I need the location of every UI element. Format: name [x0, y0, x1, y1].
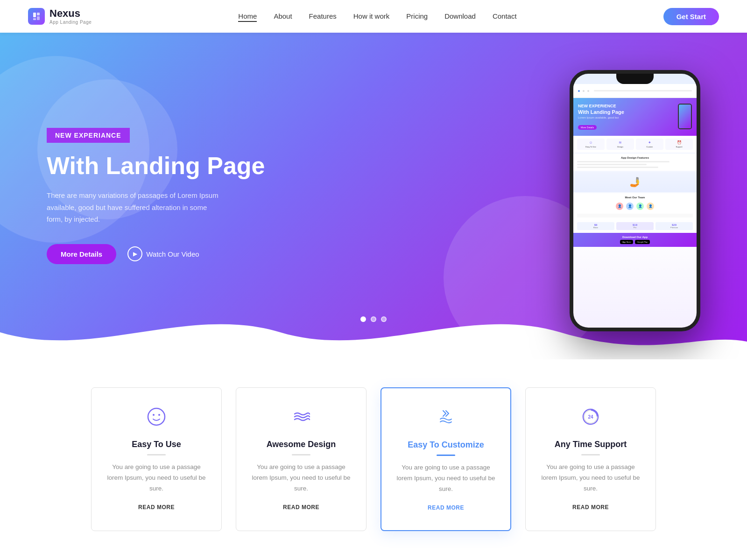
phone-app-store-btn: App Store: [620, 240, 633, 244]
feature-divider-3: [437, 455, 455, 456]
feature-card-any-time-support: 24 Any Time Support You are going to use…: [525, 387, 656, 531]
phone-feature-list: [577, 161, 693, 168]
phone-mini-desc: Lorem Ipsum available, good but: [578, 116, 624, 119]
phone-mini-feature-2: ≋ Design: [606, 139, 634, 150]
nav-pricing[interactable]: Pricing: [406, 12, 428, 20]
hero-left: NEW EXPERIANCE With Landing Page There a…: [47, 128, 265, 264]
nav-about[interactable]: About: [274, 12, 292, 20]
customize-icon: [395, 407, 496, 432]
slider-dots: [360, 316, 387, 322]
phone-mini-hand-section: 🤳: [573, 172, 697, 192]
phone-mini-feature-3: ✦ Custom: [636, 139, 663, 150]
feature-title-any-time-support: Any Time Support: [540, 440, 641, 449]
brand-subtitle: App Landing Page: [49, 20, 92, 25]
brand-name: Nexus: [49, 8, 92, 19]
phone-mini-features: ☺ Easy To Use ≋ Design ✦ Custom ⏰: [573, 136, 697, 153]
read-more-easy-to-use[interactable]: READ MORE: [138, 504, 175, 511]
svg-point-4: [148, 408, 165, 425]
clock-icon: 24: [540, 406, 641, 431]
video-label: Watch Our Video: [146, 250, 199, 258]
feature-card-easy-to-customize: Easy To Customize You are going to use a…: [381, 387, 511, 531]
phone-notch: [616, 74, 654, 84]
slide-dot-3[interactable]: [381, 316, 387, 322]
phone-mini-btn: More Details: [578, 125, 597, 130]
feature-desc-awesome-design: You are going to use a passage lorem Ips…: [250, 462, 352, 494]
nav-features[interactable]: Features: [309, 12, 337, 20]
hero-actions: More Details ▶ Watch Our Video: [47, 244, 265, 264]
read-more-awesome-design[interactable]: READ MORE: [283, 504, 319, 511]
svg-text:24: 24: [588, 414, 593, 420]
phone-mini-feature-4: ⏰ Support: [665, 139, 693, 150]
phone-pricing-2: $19 Pro: [616, 222, 654, 230]
feature-title-easy-to-use: Easy To Use: [106, 440, 207, 449]
get-start-button[interactable]: Get Start: [663, 8, 719, 25]
logo[interactable]: Nexus App Landing Page: [28, 8, 92, 25]
nav-home[interactable]: Home: [238, 12, 257, 22]
feature-divider-2: [292, 454, 310, 455]
phone-nav-bar: [594, 90, 692, 91]
hero-title: With Landing Page: [47, 152, 265, 180]
phone-mini-download: Download Our App App Store Google Play: [573, 233, 697, 247]
nav-contact[interactable]: Contact: [493, 12, 517, 20]
phone-mini-subtitle: With Landing Page: [578, 109, 624, 115]
phone-screen: NEW EXPERIENCE With Landing Page Lorem I…: [573, 74, 697, 328]
read-more-any-time-support[interactable]: READ MORE: [572, 504, 609, 511]
svg-rect-1: [37, 13, 40, 15]
phone-pricing-1: $9 Basic: [577, 222, 614, 230]
hero-description: There are many variations of passages of…: [47, 189, 224, 225]
navbar: Nexus App Landing Page Home About Featur…: [0, 0, 747, 33]
feature-divider-1: [147, 454, 166, 455]
read-more-easy-to-customize[interactable]: READ MORE: [428, 504, 464, 511]
nav-download[interactable]: Download: [444, 12, 476, 20]
phone-mini-feature-1: ☺ Easy To Use: [577, 139, 605, 150]
svg-point-6: [158, 414, 160, 416]
smiley-icon: [106, 406, 207, 431]
phone-google-play-btn: Google Play: [635, 240, 650, 244]
svg-rect-3: [33, 18, 36, 20]
phone-mini-screen: [679, 105, 691, 128]
phone-mini-hero: NEW EXPERIENCE With Landing Page Lorem I…: [573, 98, 697, 136]
feature-desc-easy-to-use: You are going to use a passage lorem Ips…: [106, 462, 207, 494]
features-section: Easy To Use You are going to use a passa…: [0, 359, 747, 560]
svg-rect-0: [33, 13, 36, 17]
hero-right: NEW EXPERIENCE With Landing Page Lorem I…: [570, 61, 700, 331]
slide-dot-2[interactable]: [371, 316, 376, 322]
phone-avatar-3: 👤: [636, 203, 644, 210]
waves-icon: [250, 406, 352, 431]
phone-dot-2: [583, 90, 585, 92]
phone-dot-1: [578, 90, 580, 92]
phone-pricing-3: $29 Premium: [655, 222, 693, 230]
phone-mini-device: [678, 104, 692, 129]
feature-title-awesome-design: Awesome Design: [250, 440, 352, 449]
phone-mini-team: Meet Our Team 👤 👤 👤 👤: [573, 193, 697, 220]
watch-video-button[interactable]: ▶ Watch Our Video: [127, 246, 199, 261]
play-icon: ▶: [127, 246, 142, 261]
hero-section: NEW EXPERIANCE With Landing Page There a…: [0, 33, 747, 359]
nav-links: Home About Features How it work Pricing …: [238, 12, 516, 21]
feature-title-easy-to-customize: Easy To Customize: [395, 440, 496, 450]
slide-dot-1[interactable]: [360, 316, 366, 322]
phone-mini-header: [573, 84, 697, 98]
feature-divider-4: [581, 454, 600, 455]
feature-card-awesome-design: Awesome Design You are going to use a pa…: [236, 387, 366, 531]
phone-avatar-1: 👤: [616, 203, 623, 210]
logo-text: Nexus App Landing Page: [49, 8, 92, 24]
hero-badge: NEW EXPERIANCE: [47, 128, 130, 143]
phone-mini-title: NEW EXPERIENCE: [578, 104, 624, 108]
hero-content: NEW EXPERIANCE With Landing Page There a…: [0, 33, 747, 359]
phone-avatar-2: 👤: [626, 203, 634, 210]
more-details-button[interactable]: More Details: [47, 244, 116, 264]
svg-rect-2: [37, 16, 40, 20]
feature-card-easy-to-use: Easy To Use You are going to use a passa…: [91, 387, 222, 531]
feature-desc-easy-to-customize: You are going to use a passage lorem Ips…: [395, 462, 496, 495]
phone-mini-section-features: App Design Features: [573, 154, 697, 171]
nav-how-it-work[interactable]: How it work: [353, 12, 390, 20]
logo-icon: [28, 8, 45, 25]
feature-desc-any-time-support: You are going to use a passage lorem Ips…: [540, 462, 641, 494]
svg-point-5: [153, 414, 155, 416]
phone-avatar-4: 👤: [647, 203, 654, 210]
phone-mockup: NEW EXPERIENCE With Landing Page Lorem I…: [570, 70, 700, 331]
phone-mini-pricing: $9 Basic $19 Pro $29 Premium: [573, 220, 697, 232]
phone-dot-3: [587, 90, 589, 92]
